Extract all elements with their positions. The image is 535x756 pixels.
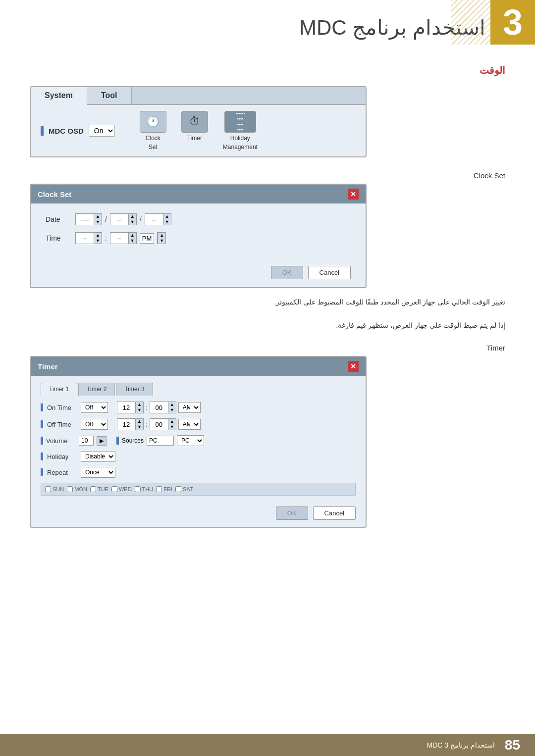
osd-select[interactable]: On Off — [89, 125, 115, 137]
date-up-3[interactable]: ▲ — [163, 214, 171, 219]
time-val2: -- — [110, 234, 128, 243]
repeat-indicator — [41, 468, 43, 476]
volume-group: Volume 10 ▶ — [41, 436, 107, 446]
date-down-2[interactable]: ▼ — [129, 219, 136, 225]
tab-timer3[interactable]: Timer 3 — [116, 383, 153, 396]
day-sat-checkbox[interactable] — [175, 486, 181, 492]
day-thu-checkbox[interactable] — [135, 486, 141, 492]
off-min-val: 00 — [150, 420, 168, 429]
timer-tabs: Timer 1 Timer 2 Timer 3 — [31, 376, 366, 396]
date-row: Date ---- ▲ ▼ / -- ▲ ▼ — [46, 213, 351, 225]
tab-timer2[interactable]: Timer 2 — [78, 383, 115, 396]
date-field-3: -- ▲ ▼ — [145, 213, 171, 225]
on-hour-val: 12 — [117, 403, 135, 412]
day-sun-checkbox[interactable] — [45, 486, 51, 492]
off-min-down[interactable]: ▼ — [168, 424, 176, 430]
date-arrows-2: ▲ ▼ — [128, 214, 136, 225]
clock-set-ok-button[interactable]: OK — [271, 266, 303, 279]
on-time-select[interactable]: Off On — [81, 402, 108, 413]
time-down-2[interactable]: ▼ — [129, 238, 136, 244]
on-min-up[interactable]: ▲ — [168, 402, 176, 407]
time-up-2[interactable]: ▲ — [129, 233, 136, 238]
day-tue-label: TUE — [98, 486, 108, 492]
date-down-3[interactable]: ▼ — [163, 219, 171, 225]
day-fri-label: FRI — [163, 486, 172, 492]
holiday-select[interactable]: Disable Enable — [81, 451, 115, 462]
tab-system[interactable]: System — [31, 87, 87, 105]
on-hour-down[interactable]: ▼ — [136, 407, 143, 413]
time-arrows-2: ▲ ▼ — [128, 233, 136, 244]
ampm-down[interactable]: ▼ — [158, 238, 165, 244]
clock-set-title: Clock Set — [38, 190, 71, 199]
clock-set-label2: Set — [149, 144, 158, 151]
desc-text-2: إذا لم يتم ضبط الوقت على جهاز العرض، ستظ… — [0, 311, 535, 335]
clock-set-icon-item[interactable]: 🕐 Clock Set — [140, 111, 166, 151]
timer-section-label: Timer — [0, 335, 535, 356]
time-up-1[interactable]: ▲ — [94, 233, 102, 238]
holiday-field-label: Holiday — [47, 453, 77, 460]
off-time-label: Off Time — [47, 421, 77, 428]
on-hour-arrows: ▲ ▼ — [135, 402, 143, 413]
time-down-1[interactable]: ▼ — [94, 238, 102, 244]
day-fri-checkbox[interactable] — [156, 486, 162, 492]
holiday-icon: ▪▪▪▪▪▪▪▪▪▪▪▪▪▪▪▪▪▪ — [224, 111, 256, 133]
timer-ok-button[interactable]: OK — [276, 506, 308, 520]
timer-footer: OK Cancel — [31, 502, 366, 527]
time-row: Time -- ▲ ▼ : -- ▲ ▼ — [46, 232, 351, 244]
off-time-select[interactable]: Off On — [81, 419, 108, 430]
volume-val: 10 — [79, 436, 94, 446]
repeat-select[interactable]: Once Daily Weekly — [81, 467, 115, 478]
tab-timer1[interactable]: Timer 1 — [41, 383, 77, 396]
day-tue: TUE — [90, 486, 108, 492]
sources-indicator — [116, 437, 119, 445]
date-field-1: ---- ▲ ▼ — [75, 213, 102, 225]
timer-cancel-button[interactable]: Cancel — [313, 506, 356, 520]
on-ampm-select[interactable]: AM PM — [178, 402, 201, 413]
holiday-icon-item[interactable]: ▪▪▪▪▪▪▪▪▪▪▪▪▪▪▪▪▪▪ Holiday Management — [223, 111, 258, 151]
off-time-row: Off Time Off On 12 ▲ ▼ : 00 — [41, 418, 356, 430]
holiday-row: Holiday Disable Enable — [41, 451, 356, 462]
off-ampm-select[interactable]: AM PM — [178, 419, 201, 430]
on-min-down[interactable]: ▼ — [168, 407, 176, 413]
clock-set-footer: OK Cancel — [31, 261, 366, 287]
day-sun-label: SUN — [53, 486, 64, 492]
on-hour-up[interactable]: ▲ — [136, 402, 143, 407]
time-spin-group: -- ▲ ▼ : -- ▲ ▼ PM — [75, 232, 166, 244]
on-min-arrows: ▲ ▼ — [168, 402, 176, 413]
date-down-1[interactable]: ▼ — [94, 219, 102, 225]
sources-select[interactable]: PC HDMI — [177, 435, 204, 446]
on-time-group: 12 ▲ ▼ : 00 ▲ ▼ — [117, 402, 201, 413]
timer-close-button[interactable]: ✕ — [348, 361, 359, 372]
date-arrows-1: ▲ ▼ — [94, 214, 102, 225]
day-tue-checkbox[interactable] — [90, 486, 96, 492]
day-thu: THU — [135, 486, 154, 492]
timer-icon-item[interactable]: ⏱ Timer — [181, 111, 208, 151]
day-mon-label: MON — [74, 486, 87, 492]
off-hour-down[interactable]: ▼ — [136, 424, 143, 430]
off-hour-up[interactable]: ▲ — [136, 419, 143, 424]
off-hour-field: 12 ▲ ▼ — [117, 418, 144, 430]
date-up-2[interactable]: ▲ — [129, 214, 136, 219]
ampm-up[interactable]: ▲ — [158, 233, 165, 238]
date-spin-group: ---- ▲ ▼ / -- ▲ ▼ / — [75, 213, 171, 225]
clock-set-titlebar: Clock Set ✕ — [31, 185, 366, 203]
volume-arrow-btn[interactable]: ▶ — [97, 436, 107, 446]
off-time-group: 12 ▲ ▼ : 00 ▲ ▼ — [117, 418, 201, 430]
sources-label: Sources — [122, 437, 144, 444]
clock-set-cancel-button[interactable]: Cancel — [308, 266, 351, 279]
date-arrows-3: ▲ ▼ — [163, 214, 171, 225]
clock-set-close-button[interactable]: ✕ — [348, 189, 359, 200]
off-time-indicator — [41, 420, 43, 428]
date-sep-1: / — [105, 215, 107, 223]
day-wed-label: WED — [119, 486, 132, 492]
tab-tool[interactable]: Tool — [87, 87, 132, 104]
off-min-up[interactable]: ▲ — [168, 419, 176, 424]
date-label: Date — [46, 215, 70, 223]
desc-text-1: تغيير الوقت الحالي على جهاز العرض المحدد… — [0, 288, 535, 311]
date-up-1[interactable]: ▲ — [94, 214, 102, 219]
day-wed: WED — [111, 486, 132, 492]
chapter-badge: 3 — [490, 0, 535, 45]
day-wed-checkbox[interactable] — [111, 486, 117, 492]
day-mon-checkbox[interactable] — [67, 486, 73, 492]
toolbar-body: MDC OSD On Off 🕐 Clock Set ⏱ Timer — [31, 105, 366, 156]
